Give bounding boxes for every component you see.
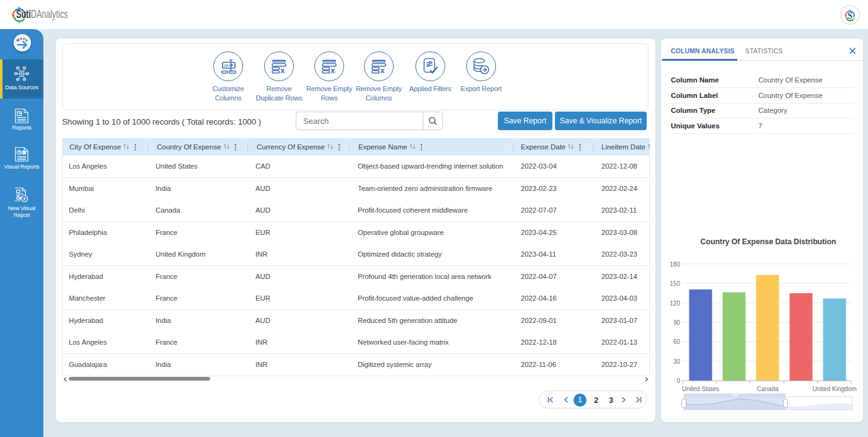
svg-text:30: 30: [673, 358, 681, 365]
svg-text:180: 180: [670, 261, 680, 268]
svg-text:United Kingdom: United Kingdom: [812, 386, 856, 392]
svg-text:90: 90: [673, 319, 681, 326]
svg-text:x: x: [280, 66, 285, 74]
svg-text:United States: United States: [682, 386, 719, 392]
svg-text:0: 0: [676, 377, 680, 384]
svg-text:x: x: [330, 66, 335, 74]
svg-text:x: x: [380, 66, 384, 74]
svg-text:120: 120: [670, 300, 680, 307]
svg-text:150: 150: [670, 280, 680, 287]
svg-text:S: S: [848, 11, 852, 20]
svg-text:ab: ab: [224, 63, 229, 68]
svg-text:60: 60: [673, 338, 681, 345]
svg-text:Canada: Canada: [756, 386, 778, 392]
